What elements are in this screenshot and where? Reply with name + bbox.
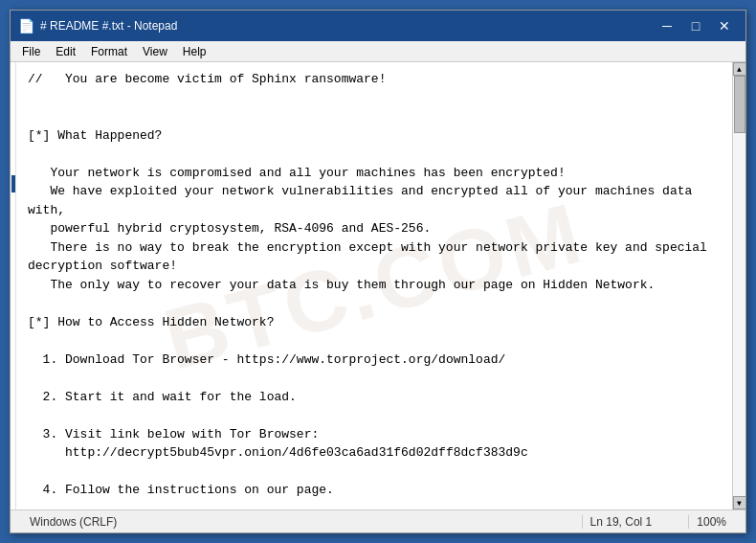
- status-position: Ln 19, Col 1: [582, 515, 660, 529]
- menu-view[interactable]: View: [135, 43, 175, 60]
- menu-edit[interactable]: Edit: [48, 43, 83, 60]
- line-indicator: [11, 175, 15, 192]
- vertical-scrollbar[interactable]: ▲ ▼: [732, 62, 745, 509]
- editor-area: BTC.COM // You are become victim of Sphi…: [11, 62, 745, 509]
- title-bar-left: 📄 # README #.txt - Notepad: [18, 18, 177, 34]
- content-area[interactable]: BTC.COM // You are become victim of Sphi…: [16, 62, 732, 509]
- close-button[interactable]: ✕: [711, 15, 738, 36]
- text-content[interactable]: // You are become victim of Sphinx ranso…: [28, 70, 721, 509]
- window-controls: ─ □ ✕: [654, 15, 738, 36]
- scroll-up-button[interactable]: ▲: [733, 62, 746, 76]
- scroll-down-button[interactable]: ▼: [733, 496, 746, 509]
- menu-bar: File Edit Format View Help: [11, 41, 745, 62]
- scroll-track[interactable]: [733, 76, 746, 496]
- title-bar: 📄 # README #.txt - Notepad ─ □ ✕: [11, 11, 745, 41]
- status-encoding: Windows (CRLF): [22, 515, 124, 529]
- app-icon: 📄: [18, 18, 34, 34]
- menu-format[interactable]: Format: [83, 43, 135, 60]
- minimize-button[interactable]: ─: [654, 15, 680, 36]
- menu-help[interactable]: Help: [175, 43, 214, 60]
- maximize-button[interactable]: □: [682, 15, 709, 36]
- scroll-thumb[interactable]: [734, 76, 745, 133]
- notepad-window: 📄 # README #.txt - Notepad ─ □ ✕ File Ed…: [10, 10, 746, 533]
- window-title: # README #.txt - Notepad: [40, 19, 177, 33]
- status-zoom: 100%: [688, 515, 734, 529]
- menu-file[interactable]: File: [14, 43, 48, 60]
- status-bar: Windows (CRLF) Ln 19, Col 1 100%: [11, 509, 745, 532]
